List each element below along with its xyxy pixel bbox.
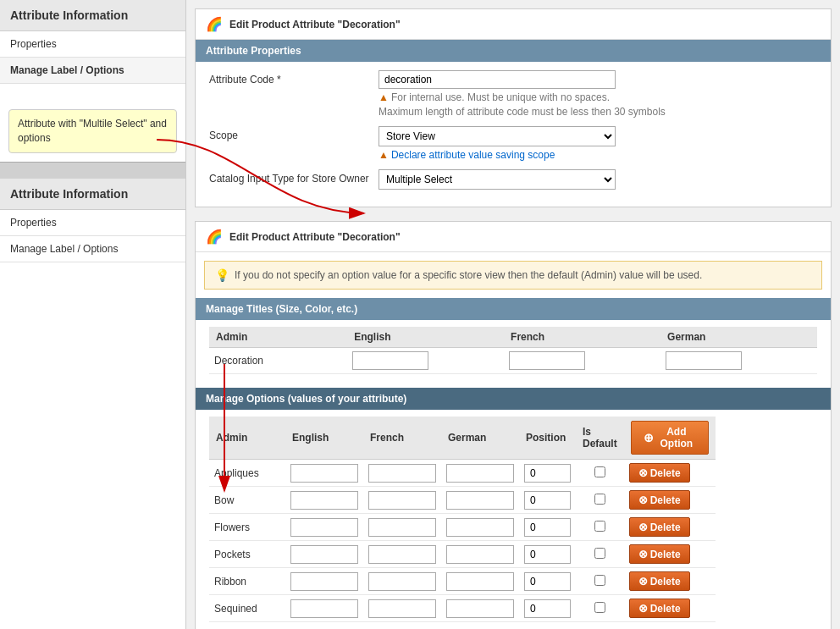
rainbow-icon-1: 🌈: [206, 16, 223, 32]
rainbow-icon-2: 🌈: [206, 229, 223, 245]
bulb-icon: 💡: [215, 268, 229, 282]
option-french-input[interactable]: [368, 518, 436, 537]
option-french-cell: [363, 487, 441, 514]
delete-label: Delete: [650, 576, 681, 588]
attr-code-note2: Maximum length of attribute code must be…: [379, 106, 817, 118]
option-isdefault-checkbox[interactable]: [594, 575, 605, 586]
option-action-cell: ⊗ Delete: [624, 568, 716, 595]
option-german-cell: [441, 595, 519, 622]
delete-button[interactable]: ⊗ Delete: [629, 571, 690, 591]
sidebar-item-manage-label-1[interactable]: Manage Label / Options: [0, 58, 185, 84]
option-action-cell: ⊗ Delete: [624, 541, 716, 568]
scope-select[interactable]: Store View Global Website: [379, 126, 616, 146]
catalog-input-field: Multiple Select Text Field Text Area Dat…: [379, 169, 817, 190]
option-french-cell: [363, 514, 441, 541]
option-isdefault-cell: [576, 460, 624, 487]
option-isdefault-checkbox[interactable]: [594, 466, 605, 477]
opt-col-action: ⊕ Add Option: [624, 417, 716, 460]
attr-code-field: ▲For internal use. Must be unique with n…: [379, 70, 817, 118]
sidebar-item-manage-label-2[interactable]: Manage Label / Options: [0, 236, 185, 262]
option-english-input[interactable]: [290, 572, 358, 591]
option-french-cell: [363, 595, 441, 622]
option-german-input[interactable]: [446, 572, 514, 591]
attr-code-input[interactable]: [379, 70, 616, 89]
option-isdefault-checkbox[interactable]: [594, 548, 605, 559]
option-french-input[interactable]: [368, 545, 436, 564]
titles-header-row: Admin English French German: [209, 327, 817, 348]
delete-icon: ⊗: [638, 548, 648, 560]
option-position-input[interactable]: [524, 545, 571, 564]
panel-2-header: 🌈 Edit Product Attribute "Decoration": [196, 222, 831, 252]
option-french-cell: [363, 541, 441, 568]
option-english-input[interactable]: [290, 599, 358, 618]
opt-col-admin: Admin: [209, 417, 285, 460]
delete-label: Delete: [650, 494, 681, 506]
sidebar-item-properties-2[interactable]: Properties: [0, 210, 185, 236]
attr-properties-bar: Attribute Properties: [196, 40, 831, 62]
option-position-cell: [519, 568, 576, 595]
sidebar-divider: [0, 162, 185, 179]
option-english-cell: [285, 460, 363, 487]
plus-icon: ⊕: [644, 431, 654, 444]
manage-titles-section: Admin English French German Decoration: [196, 320, 831, 388]
option-french-input[interactable]: [368, 572, 436, 591]
manage-options-title: Manage Options (values of your attribute…: [206, 393, 406, 405]
option-action-cell: ⊗ Delete: [624, 514, 716, 541]
option-german-input[interactable]: [446, 518, 514, 537]
add-option-button[interactable]: ⊕ Add Option: [631, 421, 709, 455]
sidebar: Attribute Information Properties Manage …: [0, 0, 186, 629]
titles-col-french: French: [504, 327, 660, 348]
delete-icon: ⊗: [638, 494, 648, 506]
titles-english-input[interactable]: [352, 351, 428, 370]
option-german-input[interactable]: [446, 491, 514, 510]
options-row: Sequined ⊗ Delete: [209, 595, 716, 622]
option-isdefault-checkbox[interactable]: [594, 521, 605, 532]
option-english-input[interactable]: [290, 491, 358, 510]
scope-row: Scope Store View Global Website ▲Declare…: [209, 126, 817, 161]
option-position-input[interactable]: [524, 572, 571, 591]
titles-german-cell: [660, 348, 817, 374]
catalog-input-select[interactable]: Multiple Select Text Field Text Area Dat…: [379, 169, 616, 190]
options-header-row: Admin English French German Position Is …: [209, 417, 817, 622]
option-english-input[interactable]: [290, 545, 358, 564]
delete-button[interactable]: ⊗ Delete: [629, 544, 690, 564]
scope-note: ▲Declare attribute value saving scope: [379, 149, 817, 161]
delete-button[interactable]: ⊗ Delete: [629, 517, 690, 537]
delete-label: Delete: [650, 603, 681, 615]
option-position-input[interactable]: [524, 464, 571, 483]
option-position-cell: [519, 514, 576, 541]
option-english-input[interactable]: [290, 518, 358, 537]
option-french-input[interactable]: [368, 599, 436, 618]
option-german-input[interactable]: [446, 464, 514, 483]
delete-icon: ⊗: [638, 521, 648, 533]
attr-code-label: Attribute Code *: [209, 70, 379, 86]
delete-button[interactable]: ⊗ Delete: [629, 599, 690, 618]
option-isdefault-checkbox[interactable]: [594, 494, 605, 505]
panel-2-title: Edit Product Attribute "Decoration": [229, 231, 401, 243]
option-german-input[interactable]: [446, 545, 514, 564]
option-french-input[interactable]: [368, 464, 436, 483]
titles-german-input[interactable]: [666, 351, 742, 370]
option-french-input[interactable]: [368, 491, 436, 510]
delete-button[interactable]: ⊗ Delete: [629, 490, 690, 510]
option-action-cell: ⊗ Delete: [624, 595, 716, 622]
option-position-input[interactable]: [524, 491, 571, 510]
sidebar-title-1: Attribute Information: [0, 0, 185, 31]
opt-col-position: Position: [519, 417, 576, 460]
option-isdefault-checkbox[interactable]: [594, 602, 605, 613]
option-position-input[interactable]: [524, 518, 571, 537]
option-isdefault-cell: [576, 541, 624, 568]
delete-button[interactable]: ⊗ Delete: [629, 463, 690, 483]
option-english-input[interactable]: [290, 464, 358, 483]
options-row: Pockets ⊗ Delete: [209, 541, 716, 568]
opt-col-english: English: [285, 417, 363, 460]
sidebar-item-properties-1[interactable]: Properties: [0, 31, 185, 58]
titles-french-input[interactable]: [509, 351, 585, 370]
attr-form: Attribute Code * ▲For internal use. Must…: [196, 62, 831, 207]
option-french-cell: [363, 460, 441, 487]
option-german-input[interactable]: [446, 599, 514, 618]
scope-label: Scope: [209, 126, 379, 141]
option-position-cell: [519, 541, 576, 568]
option-position-input[interactable]: [524, 599, 571, 618]
option-admin-cell: Pockets: [209, 541, 285, 568]
